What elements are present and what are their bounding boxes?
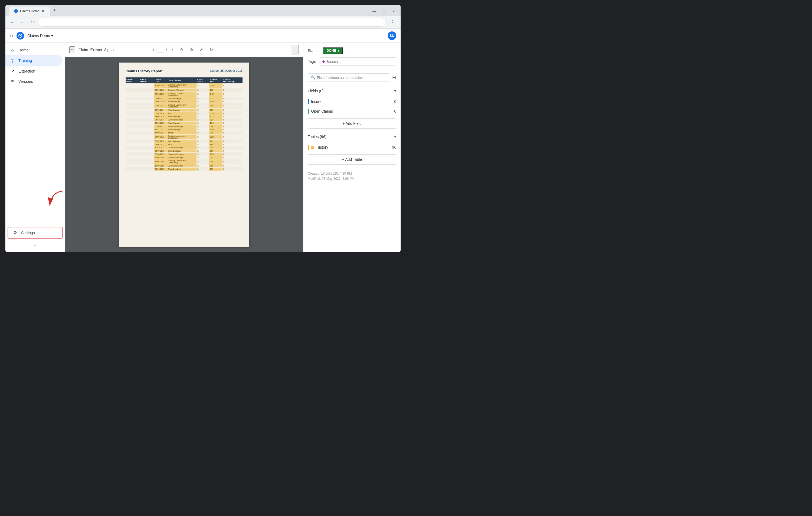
- more-icon: ···: [293, 47, 297, 53]
- prev-page-button[interactable]: ‹: [152, 47, 155, 53]
- table-row: 17/07/2009Bursting, Leaking and Overflow…: [125, 159, 242, 164]
- sidebar-item-settings[interactable]: ⚙ Settings: [8, 227, 62, 238]
- app-title[interactable]: Claims Demo ▾: [27, 34, 53, 38]
- sidebar: ⌂ Home ◎ Training ↗ Extraction ≡ Version…: [5, 43, 65, 252]
- sidebar-item-label: Extraction: [19, 69, 35, 74]
- back-to-list-button[interactable]: ←: [69, 46, 75, 53]
- field-search-wrapper[interactable]: 🔍 Field / column name contains...: [308, 74, 390, 82]
- table-row: 17/02/2012Impact□7800: [125, 131, 242, 134]
- field-search-icon: 🔍: [311, 75, 315, 80]
- field-item-insurer: Insurer 0: [303, 97, 401, 106]
- filter-icon: ⊟: [392, 75, 396, 80]
- user-avatar[interactable]: SU: [387, 31, 396, 40]
- table-row: 02/08/2010Storm and Tempest□56100: [125, 152, 242, 156]
- zoom-in-button[interactable]: ⊕: [188, 46, 195, 54]
- insurer-field-count: 0: [394, 99, 396, 104]
- history-table-icon: ⊞: [311, 145, 314, 149]
- open-claims-color-bar: [308, 109, 309, 114]
- new-tab-button[interactable]: +: [51, 6, 58, 15]
- svg-point-1: [20, 35, 21, 36]
- sidebar-item-label: Training: [19, 58, 32, 63]
- field-item-open-claims: Open Claims 0: [303, 106, 401, 116]
- zoom-in-icon: ⊕: [190, 47, 193, 52]
- apps-icon[interactable]: ⠿: [10, 33, 13, 39]
- table-item-history: ⊞ History 96: [303, 142, 401, 152]
- page-number-input[interactable]: 1: [156, 47, 165, 53]
- table-row: 25/02/2013Water Damage□28470: [125, 121, 242, 124]
- sidebar-item-versions[interactable]: ≡ Versions: [5, 76, 62, 87]
- fit-icon: ⤢: [200, 47, 203, 52]
- sidebar-item-training[interactable]: ◎ Training: [5, 55, 62, 66]
- add-table-button[interactable]: + Add Table: [308, 154, 396, 165]
- sidebar-settings-label: Settings: [21, 231, 35, 235]
- tab-favicon: [14, 9, 18, 13]
- doc-header: Claims History Report Issued: 25 October…: [125, 69, 242, 73]
- home-icon: ⌂: [10, 48, 15, 53]
- browser-tab[interactable]: Claims Demo ✕: [9, 6, 50, 16]
- back-icon: ←: [70, 47, 75, 52]
- doc-toolbar: ← Claim_Extract_3.png ‹ 1 / 1 › ⊖ ⊕ ⤢: [65, 43, 303, 57]
- maximize-button[interactable]: □: [380, 7, 387, 15]
- zoom-out-button[interactable]: ⊖: [178, 46, 184, 54]
- status-badge[interactable]: DONE ▾: [323, 47, 343, 54]
- col-policy: Policy Number: [139, 78, 154, 83]
- tags-search-input[interactable]: [327, 60, 393, 64]
- fit-page-button[interactable]: ⤢: [198, 46, 205, 54]
- table-row: 10/02/2016Bursting, Leaking and Overflow…: [125, 83, 242, 88]
- tables-section-header: Tables (96) ▾: [303, 131, 401, 142]
- col-insured: Insured Name: [125, 78, 139, 83]
- sidebar-item-extraction[interactable]: ↗ Extraction: [5, 66, 62, 76]
- filter-button[interactable]: ⊟: [392, 75, 396, 80]
- issued-date-value: 25 October 2018: [220, 69, 242, 72]
- user-initials: SU: [389, 34, 394, 38]
- col-status: Claim Status: [197, 78, 209, 83]
- forward-button[interactable]: →: [19, 19, 26, 26]
- modified-date: Modified: 23 May 2022, 2:08 PM: [308, 176, 396, 181]
- fields-section-title: Fields (0): [308, 89, 323, 93]
- document-viewer: ← Claim_Extract_3.png ‹ 1 / 1 › ⊖ ⊕ ⤢: [65, 43, 303, 252]
- close-button[interactable]: ✕: [390, 7, 397, 15]
- app-header: ⠿ Claims Demo ▾ SU: [5, 29, 401, 43]
- table-row: 21/04/2009Malicious Damage□1600: [125, 156, 242, 159]
- collapse-icon: «: [34, 243, 36, 248]
- issued-date: Issued: 25 October 2018: [210, 69, 242, 72]
- app-title-text: Claims Demo: [27, 34, 50, 38]
- field-search-row: 🔍 Field / column name contains... ⊟: [303, 70, 401, 85]
- more-options-button[interactable]: ···: [291, 45, 299, 54]
- table-row: 04/05/2012Bursting, Leaking and Overflow…: [125, 134, 242, 139]
- table-row: 03/07/2014Impact□11960: [125, 112, 242, 115]
- sidebar-item-home[interactable]: ⌂ Home: [5, 45, 62, 55]
- back-button[interactable]: ←: [9, 19, 16, 26]
- tab-close-icon[interactable]: ✕: [42, 9, 45, 13]
- table-row: 09/01/2014Bursting, Leaking and Overflow…: [125, 103, 242, 108]
- collapse-sidebar-button[interactable]: «: [5, 241, 65, 250]
- next-page-button[interactable]: ›: [171, 47, 175, 53]
- rotate-button[interactable]: ↻: [208, 46, 215, 54]
- table-row: 30/07/2012Water Damage□6540: [125, 139, 242, 143]
- address-bar[interactable]: [38, 18, 386, 27]
- app-body: ⌂ Home ◎ Training ↗ Extraction ≡ Version…: [5, 43, 401, 252]
- app-title-arrow: ▾: [51, 34, 53, 38]
- fields-expand-button[interactable]: ▾: [394, 88, 396, 93]
- status-value: DONE: [327, 49, 336, 53]
- table-row: 23/08/2016Bursting, Leaking and Overflow…: [125, 91, 242, 97]
- open-claims-field-count: 0: [394, 109, 396, 113]
- fields-section-header: Fields (0) ▾: [303, 85, 401, 97]
- tags-input-wrapper[interactable]: ◆ document.querySelector('.tags-input').…: [319, 57, 396, 65]
- table-row: 21/07/2015Water Damage□19050: [125, 100, 242, 103]
- table-row: 04/06/2015Glass Breakage□2320: [125, 97, 242, 100]
- settings-icon: ⚙: [12, 230, 18, 235]
- table-row: 03/09/2013Malicious Damage□12420: [125, 124, 242, 128]
- table-row: 23/07/2010Glass Breakage□3860: [125, 149, 242, 152]
- add-field-button[interactable]: + Add Field: [308, 118, 396, 128]
- col-outstanding: Amount Outstanding: [223, 78, 242, 83]
- zoom-out-icon: ⊖: [179, 47, 183, 52]
- browser-menu-button[interactable]: ⋮: [388, 18, 397, 26]
- minimize-button[interactable]: —: [370, 7, 378, 15]
- col-cause: Cause of Loss: [167, 78, 197, 83]
- tags-row: Tags ◆ document.querySelector('.tags-inp…: [308, 57, 396, 65]
- reload-button[interactable]: ↻: [28, 19, 36, 26]
- col-date: Date of Loss: [154, 78, 167, 83]
- app-logo: [17, 32, 24, 39]
- tables-expand-button[interactable]: ▾: [394, 134, 396, 139]
